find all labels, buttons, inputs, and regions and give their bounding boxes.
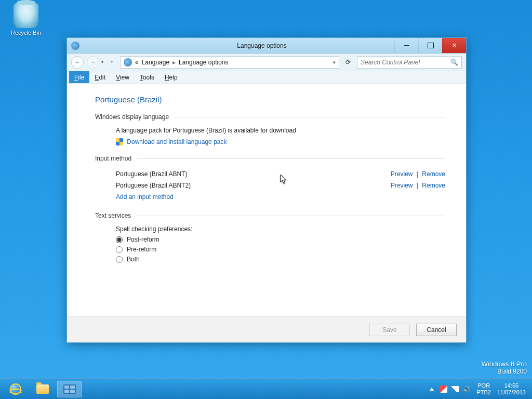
window-title: Language options [129,42,394,49]
breadcrumb-prefix: « [135,59,139,66]
clock[interactable]: 14:55 11/07/2013 [497,382,526,395]
address-dropdown[interactable]: ▾ [333,60,336,65]
spell-pref-label: Spell checking preferences: [116,225,445,233]
breadcrumb-sep: ▸ [172,59,176,66]
search-box[interactable]: 🔍 [357,56,462,69]
content-area: Portuguese (Brazil) Windows display lang… [67,84,466,316]
radio-post-reform[interactable]: Post-reform [116,236,445,243]
search-input[interactable] [361,59,450,66]
minimize-button[interactable] [394,38,418,53]
ie-icon [10,383,21,395]
taskbar-explorer[interactable] [30,381,55,397]
folder-icon [36,384,49,394]
radio-both-input[interactable] [116,256,123,263]
section-display-language: Windows display language [95,113,445,121]
maximize-button[interactable] [418,38,442,53]
control-panel-icon [63,384,76,394]
up-button[interactable]: ↑ [107,57,117,68]
window-icon [71,42,79,50]
uac-shield-icon [116,138,123,145]
forward-button[interactable]: → [87,56,99,69]
preview-link[interactable]: Preview [391,182,413,189]
recycle-bin[interactable]: Recycle Bin [5,3,47,36]
save-button: Save [369,324,410,336]
volume-icon[interactable]: 🔊 [463,385,470,393]
radio-post-reform-input[interactable] [116,236,123,243]
cancel-button[interactable]: Cancel [416,324,457,336]
refresh-button[interactable]: ⟳ [342,57,354,68]
network-icon[interactable] [451,385,459,393]
taskbar[interactable]: 🔊 POR PTB2 14:55 11/07/2013 [0,378,532,399]
remove-link[interactable]: Remove [422,182,445,189]
recycle-bin-icon [14,3,38,28]
breadcrumb-language[interactable]: Language [142,59,169,66]
desktop-watermark: Windows 8 Pro Build 9200 [482,360,527,375]
download-language-pack-link[interactable]: Download and install language pack [127,138,227,145]
watermark-line1: Windows 8 Pro [482,360,527,368]
preview-link[interactable]: Preview [391,170,413,178]
add-input-method-link[interactable]: Add an input method [116,193,174,201]
menu-edit[interactable]: Edit [89,71,111,83]
radio-pre-reform-input[interactable] [116,246,123,253]
menu-tools[interactable]: Tools [135,71,159,83]
input-method-row: Portuguese (Brazil ABNT) Preview | Remov… [116,168,445,180]
taskbar-ie[interactable] [3,381,28,397]
action-center-icon[interactable] [440,385,447,393]
titlebar[interactable]: Language options [67,38,466,54]
input-method-row: Portuguese (Brazil ABNT2) Preview | Remo… [116,180,445,191]
language-indicator[interactable]: POR PTB2 [476,382,491,395]
breadcrumb[interactable]: « Language ▸ Language options ▾ [120,56,339,69]
back-button[interactable]: ← [71,56,84,69]
radio-both[interactable]: Both [116,256,445,263]
system-tray: 🔊 POR PTB2 14:55 11/07/2013 [425,382,529,395]
history-dropdown[interactable]: ▾ [101,60,103,64]
nav-row: ← → ▾ ↑ « Language ▸ Language options ▾ … [67,54,466,71]
remove-link[interactable]: Remove [422,170,445,178]
explorer-window: Language options ← → ▾ ↑ « Language ▸ La… [66,37,467,343]
section-input-method: Input method [95,155,445,162]
menu-help[interactable]: Help [159,71,183,83]
section-text-services: Text services [95,212,445,219]
input-method-name: Portuguese (Brazil ABNT) [116,170,391,178]
search-icon: 🔍 [450,59,458,66]
bottom-bar: Save Cancel [67,316,466,342]
menu-file[interactable]: File [69,71,89,83]
recycle-bin-label: Recycle Bin [11,30,41,36]
input-method-name: Portuguese (Brazil ABNT2) [116,182,391,189]
watermark-line2: Build 9200 [482,368,527,375]
taskbar-control-panel[interactable] [57,381,82,397]
radio-pre-reform[interactable]: Pre-reform [116,246,445,253]
location-icon [124,58,132,66]
breadcrumb-language-options[interactable]: Language options [179,59,228,66]
close-button[interactable] [442,38,466,53]
menu-view[interactable]: View [111,71,135,83]
display-language-message: A language pack for Portuguese (Brazil) … [116,127,445,134]
tray-overflow-icon[interactable] [430,388,434,391]
page-title: Portuguese (Brazil) [95,95,445,104]
menubar: File Edit View Tools Help [67,71,466,84]
